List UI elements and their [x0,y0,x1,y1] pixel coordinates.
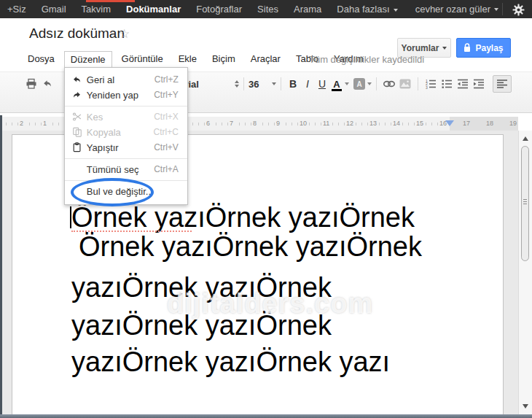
undo-button[interactable] [39,77,55,91]
topbar-link-5[interactable]: Fotoğraflar [196,4,242,15]
menu-3[interactable]: Görüntüle [116,51,169,66]
menu-6[interactable]: Araçlar [245,51,286,66]
topbar-link-2[interactable]: Gmail [42,4,66,15]
caret-down-icon[interactable] [345,82,349,85]
document-line-1[interactable]: Örnek yazıÖrnek yazıÖrnek [71,204,415,231]
scrollbar-grip-icon [523,199,527,205]
scissors-icon [71,112,84,122]
share-button[interactable]: Paylaş [456,38,511,58]
menu-item-shortcut: Ctrl+Y [154,90,179,100]
topbar-link-4[interactable]: Dokümanlar [126,4,181,15]
menu-item-shortcut: Ctrl+V [154,142,179,152]
lock-icon [463,43,471,53]
redo-icon [71,90,84,100]
ruler-number: 7 [228,120,235,127]
indent-button[interactable] [471,77,487,91]
menu-item-label: Yeniden yap [87,90,154,101]
user-name: cevher ozan güler [415,4,490,15]
menu-separator [65,180,187,181]
underline-button[interactable]: U [315,78,329,90]
menu-item-t-m-n-se[interactable]: Tümünü seçCtrl+A [65,162,187,177]
highlight-label: A [356,80,361,88]
vertical-scrollbar[interactable] [518,131,532,414]
caret-down-icon [394,9,398,12]
topbar-link-6[interactable]: Sites [257,4,278,15]
topbar-links: +SizGmailTakvimDokümanlarFotoğraflarSite… [7,0,413,18]
ruler-number: 10 [298,120,308,127]
settings-button[interactable] [511,2,525,17]
paste-icon [71,142,84,152]
highlight-color-button[interactable]: A [353,78,365,90]
gear-icon [512,4,525,16]
insert-link-button[interactable] [381,77,397,91]
document-title[interactable]: Adsız doküman [29,26,125,42]
ruler-margin-number: 2 [18,120,25,127]
document-line-4[interactable]: yazıÖrnek yazıÖrnek [71,311,332,339]
topbar-link-1[interactable]: +Siz [7,4,26,15]
font-size-select[interactable]: 36 [249,79,276,90]
ruler-number: 17 [461,120,472,127]
bullet-list-button[interactable] [439,77,455,91]
star-icon[interactable]: ☆ [119,26,130,42]
menu-item-kopyala: KopyalaCtrl+C [65,125,187,140]
share-label: Paylaş [475,43,503,53]
scroll-up-icon[interactable] [523,136,528,141]
ruler-number: 18 [485,120,495,127]
menu-label: Düzenle [71,54,106,65]
ruler-number: 15 [415,120,425,127]
caret-down-icon[interactable] [367,82,372,85]
menu-item-yeniden-yap[interactable]: Yeniden yapCtrl+Y [65,88,187,103]
document-line-3[interactable]: yazıÖrnek yazıÖrnek [71,274,332,301]
menu-4[interactable]: Ekle [173,51,203,66]
caret-down-icon [442,47,447,50]
topbar-link-3[interactable]: Takvim [82,4,111,15]
undo-icon [71,75,84,85]
ruler-number: 13 [368,120,378,127]
menu-item-shortcut: Ctrl+C [154,127,179,137]
numbered-list-button[interactable]: 123 [423,77,439,91]
right-indent-marker-icon[interactable] [445,120,454,126]
ruler-number: 14 [391,120,402,127]
topbar-divider [502,3,503,15]
menu-item-bul-ve-de-i-tir[interactable]: Bul ve değiştir... [65,184,187,199]
menu-separator [65,106,187,107]
caret-down-icon [272,82,276,85]
text-color-swatch [332,89,342,91]
font-size-value: 36 [249,79,259,90]
ruler-number: 12 [345,120,355,127]
topbar-link-8[interactable]: Daha fazlası [337,4,397,15]
topbar-link-7[interactable]: Arama [294,4,321,15]
ruler-number: 6 [205,120,211,127]
text-color-button[interactable]: A [329,79,344,90]
ruler-number: 9 [275,120,281,127]
edit-menu-list: Geri alCtrl+ZYeniden yapCtrl+YKesCtrl+XK… [65,72,187,199]
menu-1[interactable]: Dosya [22,51,60,66]
copy-icon [71,127,84,137]
insert-image-button[interactable] [397,77,413,91]
edit-menu: Geri alCtrl+ZYeniden yapCtrl+YKesCtrl+XK… [64,67,188,205]
document-line-5[interactable]: yazıÖrnek yazıÖrnek yazı [71,348,390,376]
menu-5[interactable]: Biçim [206,51,241,66]
ruler-number: 11 [321,120,331,127]
text-color-label: A [333,79,340,90]
svg-text:3: 3 [426,85,428,90]
scrollbar-thumb[interactable] [521,146,529,261]
menu-2[interactable]: Düzenle Geri alCtrl+ZYeniden yapCtrl+YKe… [64,51,112,67]
align-left-button[interactable] [493,75,512,93]
user-menu[interactable]: cevher ozan güler [415,0,498,18]
outdent-button[interactable] [455,77,471,91]
menu-item-label: Kes [87,112,154,123]
menu-item-kes: KesCtrl+X [65,109,187,125]
bold-button[interactable]: B [286,78,300,90]
print-button[interactable] [23,77,39,91]
menu-item-geri-al[interactable]: Geri alCtrl+Z [65,72,187,88]
document-line-2[interactable]: Örnek yazıÖrnek yazıÖrnek [79,233,422,260]
scroll-down-icon[interactable] [523,404,528,409]
menu-item-yap-t-r[interactable]: YapıştırCtrl+V [65,140,187,155]
italic-button[interactable]: I [300,78,315,90]
comments-label: Yorumlar [402,43,439,53]
menu-separator [65,158,187,159]
menu-item-shortcut: Ctrl+X [154,112,179,122]
menu-item-label: Kopyala [87,127,154,138]
window-bottom-edge [0,414,532,418]
